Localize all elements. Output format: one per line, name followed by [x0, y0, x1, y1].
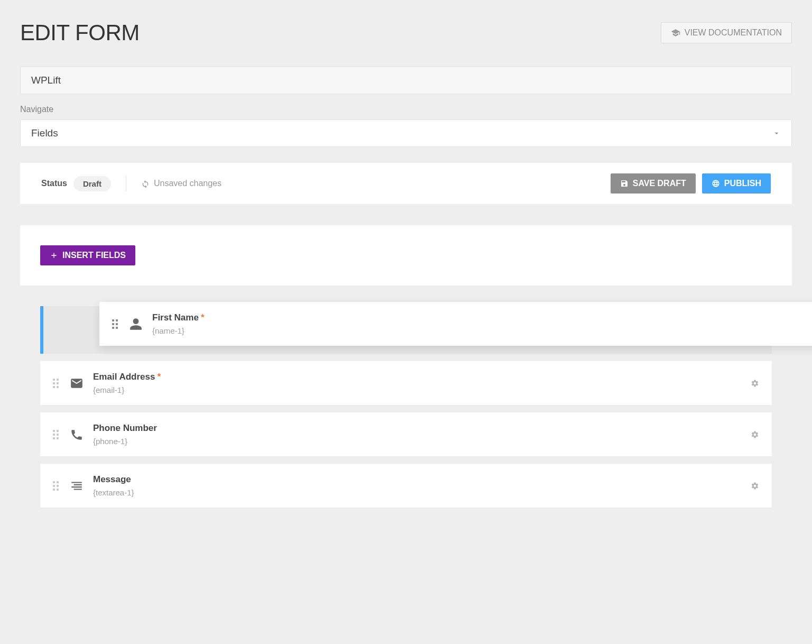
field-card[interactable]: Message {textarea-1}	[40, 464, 772, 508]
insert-fields-button[interactable]: INSERT FIELDS	[40, 245, 135, 265]
refresh-icon	[141, 179, 150, 188]
field-slug: {phone-1}	[93, 437, 741, 446]
fields-area: First Name* {name-1} Email Address* {ema…	[20, 286, 792, 508]
gear-icon[interactable]	[751, 482, 759, 490]
field-card[interactable]: Email Address* {email-1}	[40, 361, 772, 405]
form-title-input[interactable]	[20, 67, 792, 94]
required-indicator: *	[201, 312, 205, 323]
status-pill: Draft	[73, 176, 111, 191]
save-icon	[620, 179, 629, 188]
globe-icon	[712, 179, 720, 188]
field-card[interactable]: Phone Number {phone-1}	[40, 412, 772, 456]
field-label: Message	[93, 474, 741, 485]
status-bar: Status Draft Unsaved changes SAVE DRAFT …	[20, 163, 792, 204]
navigate-label: Navigate	[20, 105, 792, 114]
status-label: Status	[41, 179, 67, 188]
gear-icon[interactable]	[751, 379, 759, 388]
envelope-icon	[70, 376, 84, 390]
field-slug: {email-1}	[93, 385, 741, 394]
unsaved-changes: Unsaved changes	[141, 179, 222, 188]
chevron-down-icon	[772, 129, 781, 137]
view-documentation-button[interactable]: VIEW DOCUMENTATION	[661, 22, 792, 43]
drag-handle-icon[interactable]	[53, 481, 60, 491]
view-documentation-label: VIEW DOCUMENTATION	[685, 28, 782, 38]
plus-icon	[50, 251, 58, 260]
field-label: Phone Number	[93, 423, 741, 434]
phone-icon	[70, 428, 84, 441]
required-indicator: *	[157, 372, 161, 382]
save-draft-button[interactable]: SAVE DRAFT	[611, 173, 696, 194]
graduation-cap-icon	[671, 28, 680, 38]
field-label: Email Address*	[93, 372, 741, 382]
gear-icon[interactable]	[751, 430, 759, 439]
drag-handle-icon[interactable]	[53, 430, 60, 439]
person-icon	[129, 317, 143, 331]
field-card-dragging[interactable]: First Name* {name-1}	[99, 302, 812, 346]
field-label: First Name*	[152, 312, 812, 323]
publish-label: PUBLISH	[724, 179, 761, 188]
insert-fields-label: INSERT FIELDS	[62, 251, 126, 260]
field-slug: {name-1}	[152, 326, 812, 335]
page-title: EDIT FORM	[20, 20, 140, 45]
navigate-value: Fields	[31, 127, 58, 139]
navigate-select[interactable]: Fields	[20, 119, 792, 147]
textarea-icon	[70, 479, 84, 493]
drag-handle-icon[interactable]	[112, 319, 119, 329]
drag-handle-icon[interactable]	[53, 379, 60, 388]
divider	[126, 176, 126, 191]
unsaved-label: Unsaved changes	[154, 179, 222, 188]
publish-button[interactable]: PUBLISH	[702, 173, 771, 194]
field-slug: {textarea-1}	[93, 488, 741, 497]
insert-fields-panel: INSERT FIELDS	[20, 225, 792, 286]
save-draft-label: SAVE DRAFT	[633, 179, 686, 188]
